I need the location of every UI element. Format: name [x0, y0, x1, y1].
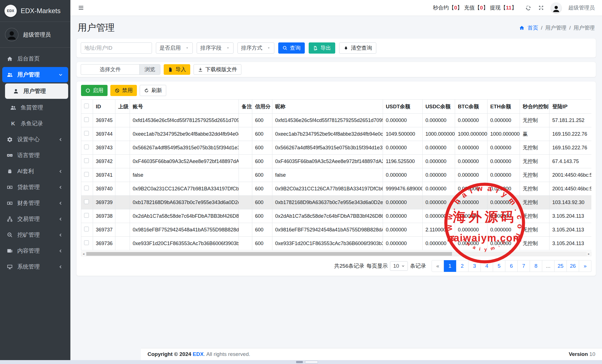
footer: Copyright © 2024 EDX. All rights reserve… — [141, 348, 602, 360]
chevron-left-icon — [57, 201, 64, 205]
sort-order-select[interactable]: 排序方式 — [237, 42, 274, 54]
fullscreen-icon[interactable] — [538, 5, 544, 11]
row-checkbox[interactable] — [84, 172, 89, 177]
cell-usdc: 0.000000 — [423, 168, 455, 182]
export-button[interactable]: 导出 — [309, 42, 335, 54]
avatar[interactable] — [551, 3, 561, 13]
row-checkbox[interactable] — [84, 227, 89, 231]
brand-logo: EDX — [4, 5, 17, 17]
file-import-icon — [168, 67, 173, 72]
stat-count: 0 — [454, 5, 457, 11]
sidebar-item-贷款管理[interactable]: 贷款管理 — [2, 179, 68, 195]
sidebar-subitem-杀鱼记录[interactable]: K杀鱼记录 — [2, 116, 68, 131]
cell-credit: 600 — [252, 223, 272, 237]
refresh-button[interactable]: 刷新 — [140, 85, 166, 96]
query-button[interactable]: 查询 — [278, 42, 305, 54]
cell-btc: 0.000000 — [455, 223, 487, 237]
select-all-checkbox[interactable] — [84, 104, 89, 108]
sidebar-item-财务管理[interactable]: 财务管理 — [2, 195, 68, 211]
page-4[interactable]: 4 — [481, 260, 493, 272]
row-checkbox[interactable] — [84, 145, 89, 149]
import-button[interactable]: 导入 — [164, 64, 190, 75]
sidebar-item-设置中心[interactable]: 设置中心 — [2, 132, 68, 147]
cell-btc: 0.000000 — [455, 196, 487, 209]
clear-query-button[interactable]: 清空查询 — [339, 42, 376, 54]
sidebar-item-用户管理[interactable]: 用户管理 — [2, 67, 68, 82]
caret-down-icon — [267, 46, 271, 50]
chevron-down-icon — [57, 73, 64, 77]
row-checkbox[interactable] — [84, 117, 89, 122]
download-template-button[interactable]: 下载模版文件 — [194, 64, 241, 75]
page-2[interactable]: 2 — [456, 260, 468, 272]
page-3[interactable]: 3 — [468, 260, 481, 272]
enabled-select[interactable]: 是否启用 — [156, 42, 193, 54]
sidebar-item-后台首页[interactable]: 后台首页 — [2, 51, 68, 66]
desktop-icon — [6, 264, 13, 270]
sort-field-select[interactable]: 排序字段 — [197, 42, 234, 54]
page-5[interactable]: 5 — [493, 260, 505, 272]
sidebar-item-AI套利[interactable]: AI套利 — [2, 164, 68, 179]
topbar-stat[interactable]: 充值【0】 — [464, 4, 488, 11]
cell-eth: 0.025200 — [487, 182, 520, 196]
cell-credit: 600 — [252, 209, 272, 223]
cell-control: 无控制 — [520, 209, 549, 223]
caret-down-icon — [226, 46, 230, 50]
cell-usdt: 0.000000 — [383, 196, 423, 209]
sidebar-item-语言管理[interactable]: Az语言管理 — [2, 148, 68, 163]
row-checkbox[interactable] — [84, 158, 89, 163]
row-checkbox[interactable] — [84, 199, 89, 204]
chevron-left-icon — [57, 137, 64, 142]
row-checkbox[interactable] — [84, 186, 89, 190]
row-checkbox[interactable] — [84, 131, 89, 136]
topbar-stat[interactable]: 提现【11】 — [490, 4, 517, 11]
brand[interactable]: EDX EDX-Markets — [0, 0, 70, 22]
sidebar-subitem-鱼苗管理[interactable]: 鱼苗管理 — [2, 100, 68, 115]
scrollbar-thumb[interactable] — [86, 252, 452, 256]
page-next[interactable]: » — [579, 260, 591, 272]
svg-text:z: z — [11, 154, 12, 157]
row-checkbox[interactable] — [84, 213, 89, 218]
sidebar-item-交易管理[interactable]: 交易管理 — [2, 211, 68, 227]
browser-horizontal-scrollbar[interactable] — [0, 360, 602, 364]
cell-usdt: 0.000000 — [383, 168, 423, 182]
topbar-stats[interactable]: 秒合约【0】充值【0】提现【11】 — [433, 4, 518, 11]
table-horizontal-scrollbar[interactable]: ◄ ► — [81, 252, 591, 256]
topbar-stat[interactable]: 秒合约【0】 — [433, 4, 463, 11]
refresh-icon[interactable] — [525, 5, 531, 11]
cell-eth: 0.000000 — [487, 155, 520, 168]
table-row: 3697390xb1782168D9bA63637b0c7e955e343d6a… — [81, 196, 592, 209]
page-title: 用户管理 — [78, 21, 115, 34]
cell-ip: 103.143.92.30 — [549, 196, 592, 209]
per-page-select[interactable]: 10 — [390, 261, 408, 271]
sidebar-item-挖矿管理[interactable]: 挖矿管理 — [2, 227, 68, 243]
footer-brand-link[interactable]: EDX — [193, 351, 204, 357]
browse-button[interactable]: 浏览 — [139, 64, 160, 75]
sidebar-subitem-用户管理[interactable]: 用户管理 — [5, 83, 68, 99]
cell-eth: 0.000000 — [487, 209, 520, 223]
breadcrumb-home-link[interactable]: 首页 — [527, 24, 538, 32]
scrollbar-thumb[interactable] — [296, 361, 303, 363]
file-input[interactable]: 选择文件 浏览 — [81, 64, 160, 75]
page-25[interactable]: 25 — [555, 260, 567, 272]
sidebar-item-系统管理[interactable]: 系统管理 — [2, 259, 68, 274]
cell-credit: 600 — [252, 141, 272, 155]
page-8[interactable]: 8 — [530, 260, 542, 272]
cell-parent — [115, 223, 130, 237]
page-26[interactable]: 26 — [567, 260, 579, 272]
page-1[interactable]: 1 — [444, 260, 456, 272]
hamburger-menu-icon[interactable] — [78, 5, 84, 11]
page-prev[interactable]: « — [432, 260, 444, 272]
disable-button[interactable]: 禁用 — [110, 85, 137, 96]
scroll-right-arrow-icon[interactable]: ► — [587, 252, 591, 256]
sidebar-item-内容管理[interactable]: 内容管理 — [2, 243, 68, 258]
cell-id: 369740 — [93, 182, 115, 196]
cell-control: 无控制 — [520, 237, 549, 250]
row-checkbox[interactable] — [84, 240, 89, 245]
cell-nickname: 0xe933F1d20C1F863553cAc7b36B6006f3903b35… — [272, 237, 383, 250]
page-6[interactable]: 6 — [505, 260, 518, 272]
page-7[interactable]: 7 — [518, 260, 530, 272]
enable-button[interactable]: 启用 — [81, 85, 108, 96]
scroll-left-arrow-icon[interactable]: ◄ — [81, 252, 86, 256]
search-input[interactable] — [81, 42, 152, 54]
stat-count: 0 — [480, 5, 483, 11]
